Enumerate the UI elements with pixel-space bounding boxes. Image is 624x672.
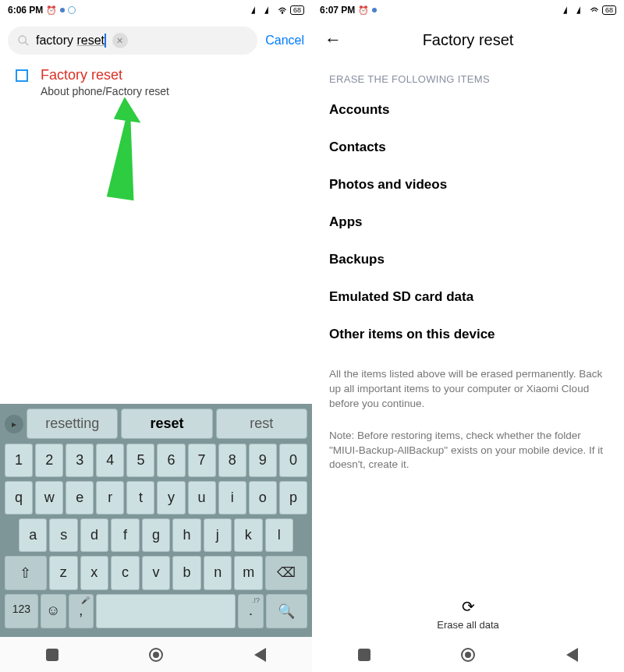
- nav-home[interactable]: [459, 646, 477, 663]
- key-m[interactable]: m: [234, 556, 263, 590]
- list-item: Emulated SD card data: [329, 278, 607, 316]
- list-item: Photos and videos: [329, 166, 607, 203]
- key-f[interactable]: f: [111, 518, 139, 552]
- status-time: 6:07 PM: [320, 5, 355, 16]
- search-icon: [17, 34, 30, 47]
- key-d[interactable]: d: [80, 518, 108, 552]
- status-bar: 6:07 PM 68: [312, 0, 624, 20]
- key-r[interactable]: r: [96, 481, 124, 515]
- title-bar: ← Factory reset: [312, 20, 624, 58]
- key-p[interactable]: p: [279, 481, 307, 515]
- suggestion-2[interactable]: reset: [121, 409, 212, 439]
- key-c[interactable]: c: [111, 556, 140, 590]
- key-6[interactable]: 6: [157, 444, 185, 477]
- key-b[interactable]: b: [172, 556, 201, 590]
- key-o[interactable]: o: [249, 481, 277, 515]
- cancel-button[interactable]: Cancel: [265, 34, 304, 48]
- key-z[interactable]: z: [49, 556, 78, 590]
- comma-key[interactable]: 🎤,: [69, 594, 94, 628]
- suggestion-3[interactable]: rest: [216, 409, 307, 439]
- list-item: Apps: [329, 203, 607, 241]
- status-time: 6:06 PM: [8, 5, 43, 16]
- backspace-key[interactable]: ⌫: [265, 556, 307, 590]
- erase-item-list: Accounts Contacts Photos and videos Apps…: [312, 91, 624, 353]
- battery-icon: 68: [290, 5, 304, 15]
- key-k[interactable]: k: [234, 518, 262, 552]
- key-2[interactable]: 2: [35, 444, 63, 477]
- erase-label: Erase all data: [437, 619, 499, 631]
- nav-bar: [312, 637, 624, 672]
- key-5[interactable]: 5: [126, 444, 154, 477]
- emoji-key[interactable]: ☺: [41, 594, 66, 628]
- nav-home[interactable]: [147, 646, 165, 663]
- key-l[interactable]: l: [265, 518, 293, 552]
- screen-factory-reset: 6:07 PM 68 ← Factory reset ERASE THE FOL…: [312, 0, 624, 672]
- search-box[interactable]: factory reset ✕: [8, 27, 257, 55]
- key-s[interactable]: s: [49, 518, 77, 552]
- key-9[interactable]: 9: [249, 444, 277, 477]
- battery-icon: 68: [602, 5, 616, 15]
- signal-icon: [250, 5, 261, 16]
- suggestion-1[interactable]: resetting: [27, 409, 118, 439]
- space-key[interactable]: [96, 594, 236, 628]
- list-item: Other items on this device: [329, 316, 607, 353]
- screen-search: 6:06 PM 68 factory reset ✕ Cancel Factor…: [0, 0, 312, 672]
- signal-icon: [264, 5, 275, 16]
- key-8[interactable]: 8: [218, 444, 246, 477]
- nav-bar: [0, 637, 312, 672]
- phone-icon: [16, 69, 28, 82]
- key-v[interactable]: v: [142, 556, 171, 590]
- key-4[interactable]: 4: [96, 444, 124, 477]
- key-g[interactable]: g: [142, 518, 170, 552]
- numeric-key[interactable]: 123: [5, 594, 38, 628]
- key-w[interactable]: w: [35, 481, 63, 515]
- svg-line-1: [25, 42, 28, 45]
- key-x[interactable]: x: [80, 556, 109, 590]
- svg-marker-2: [103, 97, 148, 200]
- shift-key[interactable]: ⇧: [5, 556, 47, 590]
- key-7[interactable]: 7: [188, 444, 216, 477]
- nav-recent[interactable]: [44, 646, 61, 663]
- search-input[interactable]: factory reset: [36, 34, 106, 48]
- period-key[interactable]: .!?.: [238, 594, 264, 628]
- key-1[interactable]: 1: [5, 444, 33, 477]
- key-e[interactable]: e: [66, 481, 94, 515]
- page-title: Factory reset: [312, 31, 624, 49]
- enter-key[interactable]: 🔍: [266, 594, 307, 628]
- key-h[interactable]: h: [172, 518, 200, 552]
- info-text-1: All the items listed above will be erase…: [312, 353, 624, 415]
- wifi-icon: [277, 5, 288, 16]
- svg-point-0: [19, 36, 26, 43]
- key-u[interactable]: u: [188, 481, 216, 515]
- list-item: Accounts: [329, 91, 607, 129]
- key-t[interactable]: t: [126, 481, 154, 515]
- nav-recent[interactable]: [356, 646, 373, 663]
- nav-back[interactable]: [251, 646, 268, 663]
- search-row: factory reset ✕ Cancel: [0, 20, 312, 65]
- key-0[interactable]: 0: [279, 444, 307, 477]
- key-j[interactable]: j: [204, 518, 232, 552]
- key-3[interactable]: 3: [66, 444, 94, 477]
- status-bar: 6:06 PM 68: [0, 0, 312, 20]
- alarm-icon: [46, 5, 57, 16]
- notif-dot-icon: [60, 8, 65, 12]
- key-y[interactable]: y: [157, 481, 185, 515]
- nav-back[interactable]: [563, 646, 580, 663]
- wifi-icon: [589, 5, 600, 16]
- section-label: ERASE THE FOLLOWING ITEMS: [312, 58, 624, 91]
- key-n[interactable]: n: [204, 556, 232, 590]
- signal-icon: [576, 5, 587, 16]
- result-title: Factory reset: [41, 67, 169, 83]
- alarm-icon: [358, 5, 369, 16]
- clear-button[interactable]: ✕: [112, 33, 128, 48]
- annotation-arrow-icon: [94, 97, 156, 207]
- suggestion-toggle[interactable]: ▸: [5, 415, 23, 433]
- key-i[interactable]: i: [218, 481, 246, 515]
- key-q[interactable]: q: [5, 481, 33, 515]
- erase-all-button[interactable]: ⟳ Erase all data: [312, 597, 624, 631]
- list-item: Contacts: [329, 129, 607, 166]
- refresh-icon: ⟳: [462, 597, 475, 616]
- search-result[interactable]: Factory reset About phone/Factory reset: [0, 65, 312, 99]
- signal-icon: [562, 5, 573, 16]
- key-a[interactable]: a: [19, 518, 47, 552]
